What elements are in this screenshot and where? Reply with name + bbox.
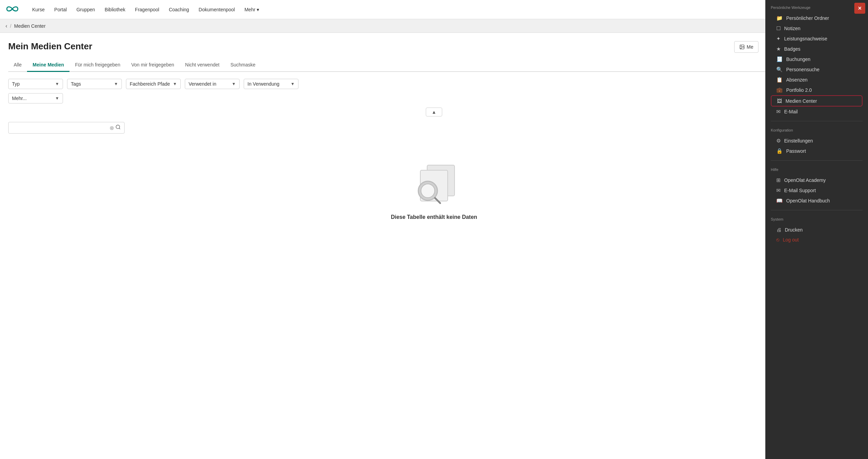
nav-coaching[interactable]: Coaching (164, 0, 194, 19)
panel-label-persoenlicher-ordner: Persönlicher Ordner (786, 15, 829, 21)
filter-in-verwendung-arrow: ▼ (291, 82, 295, 86)
page-title: Mein Medien Center (8, 41, 860, 52)
svg-point-6 (741, 46, 741, 47)
panel-close-button[interactable]: × (854, 3, 865, 14)
panel-item-logout[interactable]: ⎋ Log out (771, 235, 863, 245)
back-button[interactable]: ‹ (5, 23, 7, 29)
panel-item-einstellungen[interactable]: ⚙ Einstellungen (771, 136, 863, 146)
panel-item-openolat-academy[interactable]: ⊞ OpenOlat Academy (771, 175, 863, 185)
panel-item-leistungsnachweise[interactable]: ✦ Leistungsnachweise (771, 34, 863, 44)
notes-icon: ☐ (776, 25, 781, 32)
medien-center-icon: 🖼 (777, 98, 782, 104)
email-icon: ✉ (776, 109, 781, 115)
handbuch-icon: 📖 (776, 198, 783, 204)
breadcrumb-bar: ‹ / Medien Center (0, 19, 868, 33)
filter-typ[interactable]: Typ ▼ (8, 79, 63, 89)
filter-fachbereich-label: Fachbereich Pfade (130, 81, 170, 87)
panel-item-absenzen[interactable]: 📋 Absenzen (771, 75, 863, 85)
nav-gruppen[interactable]: Gruppen (72, 0, 100, 19)
nav-portal[interactable]: Portal (50, 0, 72, 19)
filters-row: Typ ▼ Tags ▼ Fachbereich Pfade ▼ Verwend… (8, 79, 860, 89)
email-support-icon: ✉ (776, 187, 781, 194)
search-go-icon[interactable] (115, 124, 121, 131)
section-title-persoenliche: Persönliche Werkzeuge (771, 5, 863, 10)
panel-item-handbuch[interactable]: 📖 OpenOlat Handbuch (771, 196, 863, 206)
panel-label-email-support: E-Mail Support (784, 188, 816, 193)
filter-in-verwendung-label: In Verwendung (247, 81, 279, 87)
panel-item-notizen[interactable]: ☐ Notizen (771, 23, 863, 34)
portfolio-icon: 💼 (776, 87, 783, 93)
panel-section-system: System 🖨 Drucken ⎋ Log out (765, 212, 868, 247)
nav-kurse[interactable]: Kurse (27, 0, 50, 19)
panel-item-personensuche[interactable]: 🔍 Personensuche (771, 64, 863, 75)
panel-item-email[interactable]: ✉ E-Mail (771, 107, 863, 117)
panel-label-passwort: Passwort (786, 148, 806, 154)
filter-typ-arrow: ▼ (55, 82, 59, 86)
search-input[interactable] (12, 125, 110, 131)
medien-center-btn-label: Me (747, 44, 753, 50)
empty-message: Diese Tabelle enthält keine Daten (391, 214, 477, 220)
tab-nicht-verwendet[interactable]: Nicht verwendet (180, 59, 225, 72)
filter-fachbereich-arrow: ▼ (173, 82, 177, 86)
tab-alle[interactable]: Alle (8, 59, 27, 72)
panel-item-badges[interactable]: ★ Badges (771, 44, 863, 54)
panel-close-icon: × (858, 5, 862, 12)
filter-tags[interactable]: Tags ▼ (67, 79, 122, 89)
academy-icon: ⊞ (776, 177, 781, 183)
filter-tags-label: Tags (71, 81, 81, 87)
logo[interactable] (5, 2, 19, 17)
collapse-button[interactable]: ▲ (426, 108, 442, 116)
panel-item-drucken[interactable]: 🖨 Drucken (771, 225, 863, 235)
filter-verwendet-in[interactable]: Verwendet in ▼ (185, 79, 240, 89)
panel-item-buchungen[interactable]: 🧾 Buchungen (771, 54, 863, 64)
panel-label-einstellungen: Einstellungen (784, 138, 813, 144)
search-row: ⊗ (8, 122, 860, 134)
section-title-hilfe: Hilfe (771, 168, 863, 172)
einstellungen-icon: ⚙ (776, 138, 781, 144)
svg-line-8 (119, 128, 120, 129)
passwort-icon: 🔒 (776, 148, 783, 154)
main-content: Mein Medien Center Me Alle Meine Medien … (0, 33, 868, 459)
filter-mehr[interactable]: Mehr... ▼ (8, 93, 63, 103)
search-input-wrap: ⊗ (8, 122, 125, 134)
panel-label-personensuche: Personensuche (786, 67, 819, 72)
tab-fuer-mich[interactable]: Für mich freigegeben (69, 59, 126, 72)
panel-item-persoenlicher-ordner[interactable]: 📁 Persönlicher Ordner (771, 13, 863, 23)
nav-links: Kurse Portal Gruppen Bibliothek Fragenpo… (27, 0, 816, 19)
section-title-system: System (771, 217, 863, 221)
medien-center-top-btn[interactable]: Me (734, 41, 758, 53)
leistung-icon: ✦ (776, 36, 781, 42)
nav-dokumentenpool[interactable]: Dokumentenpool (194, 0, 240, 19)
badge-icon: ★ (776, 46, 781, 52)
filter-fachbereich[interactable]: Fachbereich Pfade ▼ (126, 79, 181, 89)
breadcrumb-current: Medien Center (14, 23, 46, 29)
panel-item-email-support[interactable]: ✉ E-Mail Support (771, 185, 863, 196)
panel-label-buchungen: Buchungen (786, 57, 810, 62)
collapse-bar: ▲ (8, 108, 860, 116)
tab-von-mir[interactable]: Von mir freigegeben (126, 59, 179, 72)
panel-item-medien-center[interactable]: 🖼 Medien Center (771, 95, 863, 107)
filter-verwendet-in-label: Verwendet in (189, 81, 216, 87)
filter-in-verwendung[interactable]: In Verwendung ▼ (244, 79, 298, 89)
panel-section-hilfe: Hilfe ⊞ OpenOlat Academy ✉ E-Mail Suppor… (765, 162, 868, 209)
tab-suchmaske[interactable]: Suchmaske (225, 59, 261, 72)
clear-search-icon[interactable]: ⊗ (110, 125, 114, 131)
nav-bibliothek[interactable]: Bibliothek (100, 0, 130, 19)
filter-tags-arrow: ▼ (114, 82, 118, 86)
panel-label-openolat-academy: OpenOlat Academy (784, 177, 826, 183)
nav-mehr[interactable]: Mehr ▾ (240, 0, 264, 19)
panel-label-logout: Log out (783, 237, 799, 243)
panel-label-absenzen: Absenzen (786, 77, 807, 83)
tabs-bar: Alle Meine Medien Für mich freigegeben V… (8, 59, 860, 72)
panel-label-email: E-Mail (784, 109, 798, 114)
nav-fragenpool[interactable]: Fragenpool (130, 0, 164, 19)
filter-mehr-label: Mehr... (12, 96, 27, 101)
panel-section-persoenliche-werkzeuge: Persönliche Werkzeuge 📁 Persönlicher Ord… (765, 0, 868, 120)
tab-meine-medien[interactable]: Meine Medien (27, 59, 69, 72)
panel-item-passwort[interactable]: 🔒 Passwort (771, 146, 863, 156)
panel-label-portfolio: Portfolio 2.0 (786, 87, 812, 93)
right-panel: × Persönliche Werkzeuge 📁 Persönlicher O… (765, 0, 868, 459)
panel-item-portfolio[interactable]: 💼 Portfolio 2.0 (771, 85, 863, 95)
folder-icon: 📁 (776, 15, 783, 21)
buchungen-icon: 🧾 (776, 56, 783, 62)
